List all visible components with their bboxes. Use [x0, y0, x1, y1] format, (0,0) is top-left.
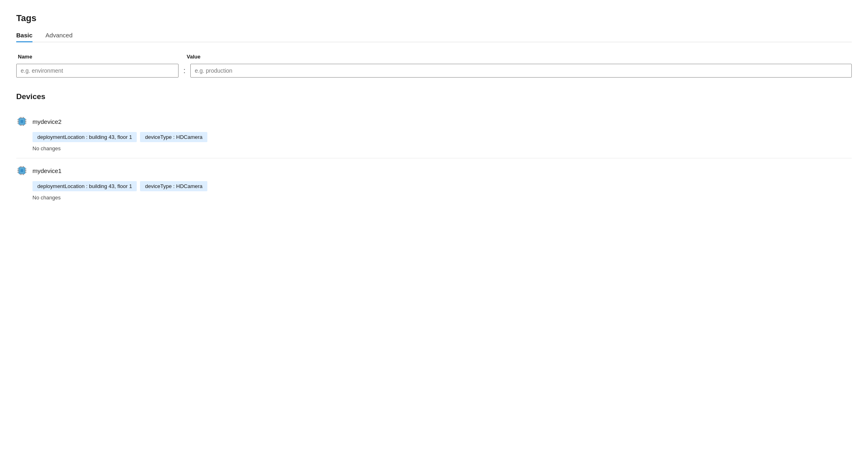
device-item: mydevice1deploymentLocation : building 4… [16, 158, 852, 207]
device-status: No changes [32, 145, 852, 151]
device-tags: deploymentLocation : building 43, floor … [32, 181, 852, 191]
svg-rect-2 [20, 120, 24, 123]
svg-rect-25 [17, 170, 19, 171]
device-header: mydevice1 [16, 165, 852, 176]
svg-rect-9 [17, 119, 19, 120]
device-name: mydevice2 [32, 118, 62, 125]
tag-input-row: : [16, 64, 852, 78]
tag-badge: deploymentLocation : building 43, floor … [32, 181, 137, 191]
svg-rect-5 [23, 117, 24, 119]
name-column-header: Name [16, 54, 179, 60]
tabs-container: Basic Advanced [16, 32, 852, 42]
device-header: mydevice2 [16, 116, 852, 127]
svg-rect-20 [23, 166, 24, 168]
svg-rect-14 [25, 123, 27, 123]
svg-rect-27 [25, 169, 27, 169]
svg-rect-28 [25, 170, 27, 171]
svg-rect-23 [23, 174, 24, 175]
device-item: mydevice2deploymentLocation : building 4… [16, 109, 852, 158]
page-title: Tags [16, 13, 852, 24]
svg-rect-3 [20, 117, 21, 119]
device-chip-icon [16, 165, 28, 176]
devices-list: mydevice2deploymentLocation : building 4… [16, 109, 852, 207]
svg-rect-26 [17, 172, 19, 173]
value-column-header: Value [185, 54, 200, 60]
svg-rect-24 [17, 169, 19, 169]
device-tags: deploymentLocation : building 43, floor … [32, 132, 852, 142]
device-status: No changes [32, 195, 852, 201]
svg-rect-10 [17, 121, 19, 122]
svg-rect-13 [25, 121, 27, 122]
devices-section: Devices mydevice2deploymentLocation : bu… [16, 92, 852, 207]
device-chip-icon [16, 116, 28, 127]
devices-section-title: Devices [16, 92, 852, 101]
tag-name-input[interactable] [16, 64, 179, 78]
svg-rect-8 [23, 125, 24, 126]
svg-rect-22 [22, 174, 22, 175]
svg-rect-7 [22, 125, 22, 126]
tag-badge: deviceType : HDCamera [140, 181, 207, 191]
svg-rect-18 [20, 166, 21, 168]
tag-form: Name Value : [16, 54, 852, 78]
form-headers: Name Value [16, 54, 852, 60]
svg-rect-4 [22, 117, 22, 119]
svg-rect-21 [20, 174, 21, 175]
svg-rect-19 [22, 166, 22, 168]
svg-rect-29 [25, 172, 27, 173]
tab-basic[interactable]: Basic [16, 32, 32, 42]
device-name: mydevice1 [32, 167, 62, 174]
tab-advanced[interactable]: Advanced [45, 32, 73, 42]
svg-rect-17 [20, 169, 24, 172]
svg-rect-11 [17, 123, 19, 123]
tag-separator: : [183, 67, 185, 74]
tag-value-input[interactable] [190, 64, 852, 78]
svg-rect-6 [20, 125, 21, 126]
svg-rect-12 [25, 119, 27, 120]
tag-badge: deploymentLocation : building 43, floor … [32, 132, 137, 142]
tag-badge: deviceType : HDCamera [140, 132, 207, 142]
